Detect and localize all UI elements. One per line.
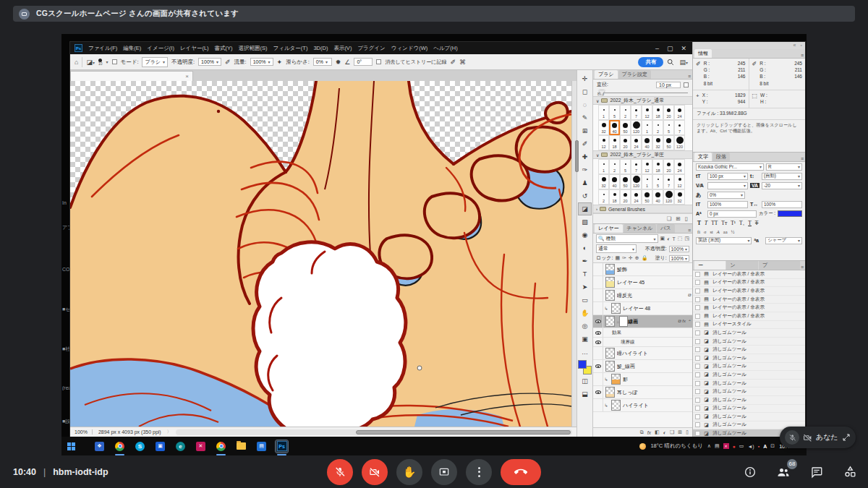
small-caps-button[interactable]: Tт [721, 220, 727, 226]
brush-preview-toggle-icon[interactable] [684, 82, 689, 87]
brush-preset[interactable]: 40 [652, 189, 663, 205]
pressure-opacity-icon[interactable]: ✐ [225, 59, 231, 66]
menu-item[interactable]: 3D(D) [313, 45, 328, 52]
end-call-button[interactable] [501, 459, 541, 485]
brush-group-header[interactable]: ∨2022_鈴木_ブラシ_通常 [593, 96, 692, 105]
pressure-size-icon[interactable]: ✐ [451, 59, 456, 66]
tab-history-2[interactable]: レイヤーカンプ [759, 260, 800, 270]
brush-preset[interactable]: 1 [642, 120, 652, 135]
history-step[interactable]: ◪消しゴムツール [693, 338, 805, 346]
layer-name[interactable]: 線画 [628, 318, 638, 325]
delete-layer-icon[interactable]: ▯ [686, 429, 689, 435]
smoothing-gear-icon[interactable]: ✹ [336, 59, 341, 66]
alternates-button[interactable]: st [710, 229, 713, 234]
brush-preset[interactable]: 2 [609, 159, 620, 174]
layer-group-icon[interactable]: ❏ [670, 429, 674, 435]
brush-preset[interactable]: 32 [674, 189, 685, 205]
brush-preset[interactable]: 50 [620, 120, 631, 135]
layer-row[interactable]: 瞳ハイライト [593, 347, 692, 360]
brush-panel-toggle-icon[interactable] [112, 59, 117, 64]
menu-item[interactable]: ウィンドウ(W) [391, 45, 427, 52]
history-source-checkbox[interactable] [695, 389, 700, 394]
menu-item[interactable]: フィルター(T) [273, 45, 308, 52]
blend-mode-select[interactable]: 通常▾ [596, 244, 637, 253]
blur-tool[interactable]: ◉ [578, 228, 592, 241]
history-source-checkbox[interactable] [695, 364, 700, 369]
brush-preset[interactable]: 120 [631, 120, 642, 135]
eraser-tool[interactable]: ◪ [578, 202, 592, 215]
horizontal-scale-field[interactable]: 100% [762, 201, 802, 208]
layer-row[interactable]: 髪_線画 [593, 360, 692, 373]
brush-preset[interactable]: 50 [642, 189, 652, 205]
close-button[interactable]: ✕ [681, 45, 686, 52]
font-family-select[interactable]: Kozuka Gothic Pr...▾ [696, 163, 764, 171]
history-step[interactable]: ◪消しゴムツール [693, 413, 805, 421]
search-icon[interactable] [667, 59, 674, 66]
brush-preset[interactable]: 7 [631, 105, 642, 120]
layer-visibility-empty[interactable] [593, 302, 603, 314]
healing-brush-tool[interactable]: ✚ [578, 150, 592, 163]
smoothing-select[interactable]: 0%▾ [313, 58, 332, 66]
tray-ime-icon[interactable]: A [763, 444, 767, 449]
history-step[interactable]: ▤レイヤーの表示 / 非表示 [693, 296, 805, 304]
meeting-details-button[interactable] [742, 464, 758, 480]
history-step[interactable]: ▤レイヤーの表示 / 非表示 [693, 312, 805, 321]
brush-preset[interactable]: 2 [598, 189, 609, 205]
history-step[interactable]: ◪消しゴムツール [693, 363, 805, 372]
menu-item[interactable]: 選択範囲(S) [239, 45, 268, 52]
tab-layers-1[interactable]: チャンネル [624, 224, 657, 233]
text-color-swatch[interactable] [778, 210, 802, 217]
layer-visibility-empty[interactable] [593, 399, 603, 411]
brush-preset[interactable]: 18 [609, 135, 620, 150]
layer-name[interactable]: レイヤー 48 [623, 305, 650, 312]
mode-select[interactable]: ブラシ▾ [142, 57, 168, 67]
share-button[interactable]: 共有 [638, 57, 663, 67]
move-tool[interactable]: ✛ [578, 72, 592, 85]
chat-button[interactable] [809, 464, 825, 480]
brush-preset[interactable]: 20 [663, 159, 674, 174]
history-source-checkbox[interactable] [695, 297, 700, 302]
tab-history-menu-icon[interactable]: ≡ [801, 265, 804, 270]
taskbar-skype-icon[interactable]: S [134, 440, 146, 453]
layer-row[interactable]: 効果 [593, 328, 692, 338]
ligatures-button[interactable]: fi [697, 229, 700, 234]
tab-layers-0[interactable]: レイヤー [595, 224, 623, 233]
history-step[interactable]: ▤レイヤーの表示 / 非表示 [693, 287, 805, 296]
canvas-vertical-scrollbar[interactable] [571, 81, 576, 427]
present-button[interactable] [431, 459, 457, 485]
taskbar-photoshop-icon[interactable]: Ps [276, 440, 288, 453]
history-source-checkbox[interactable] [695, 398, 700, 403]
expand-icon[interactable] [842, 433, 851, 442]
layer-mask-thumbnail[interactable] [619, 316, 628, 327]
gradient-tool[interactable]: ▧ [578, 215, 592, 228]
collapse-panels-icon[interactable]: « [793, 43, 796, 48]
history-step[interactable]: ◪消しゴムツール [693, 346, 805, 354]
layer-row[interactable]: 耳しっぽ [593, 386, 692, 399]
flow-select[interactable]: 100%▾ [250, 58, 273, 66]
history-step[interactable]: ▤レイヤーの表示 / 非表示 [693, 304, 805, 312]
info-panel-menu-icon[interactable]: ≡ [801, 53, 804, 58]
history-source-checkbox[interactable] [695, 288, 700, 294]
fill-field[interactable]: 100%▾ [669, 255, 689, 262]
layer-opacity-field[interactable]: 100%▾ [669, 246, 689, 252]
tab-character-0[interactable]: 文字 [694, 153, 712, 161]
brush-preset[interactable]: 120 [674, 135, 685, 150]
layer-visibility-icon[interactable] [593, 328, 603, 337]
symmetry-icon[interactable]: ⌘ [459, 59, 466, 66]
brush-preset[interactable]: 50 [620, 174, 631, 189]
brush-preset[interactable]: 24 [631, 135, 642, 150]
tab-brushes-menu-icon[interactable]: ≡ [688, 74, 691, 79]
tab-info[interactable]: 情報 [694, 49, 712, 58]
tray-volume-icon[interactable]: ◄) [747, 444, 754, 449]
brush-preset[interactable]: 18 [652, 159, 663, 174]
lock-position-icon[interactable]: ✛ [629, 255, 633, 261]
brush-preset[interactable]: 32 [598, 174, 609, 189]
tab-character-menu-icon[interactable]: ≡ [801, 156, 804, 161]
kerning-select[interactable]: ▾ [707, 182, 748, 189]
maximize-button[interactable]: ▢ [667, 45, 673, 52]
history-source-checkbox[interactable] [695, 406, 700, 411]
brush-preset[interactable]: 20 [663, 105, 674, 120]
tab-character-1[interactable]: 段落 [712, 153, 730, 161]
anti-alias-select[interactable]: シャープ▾ [765, 237, 802, 244]
taskbar-adobe-app-icon[interactable]: ✕ [195, 440, 207, 453]
